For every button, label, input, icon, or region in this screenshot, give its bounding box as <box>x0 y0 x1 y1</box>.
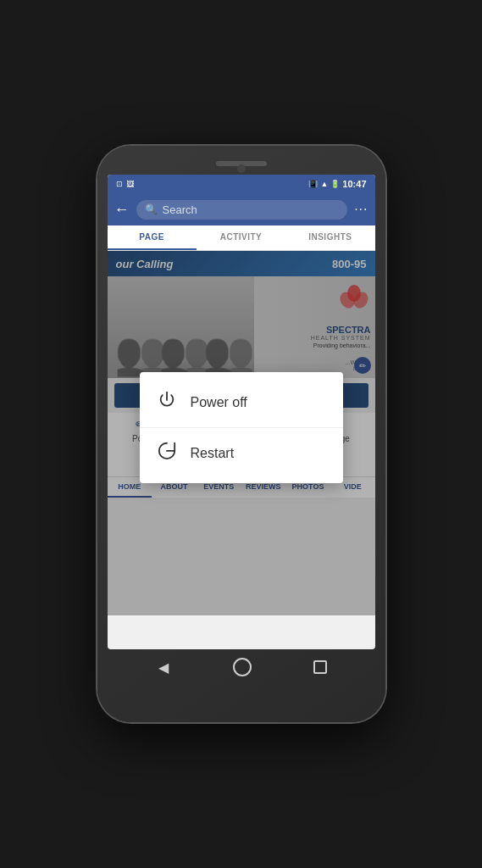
search-icon: 🔍 <box>145 203 158 215</box>
android-nav-bar: ◀ <box>108 658 375 676</box>
status-time: 10:47 <box>342 179 366 189</box>
status-icon-screen: ⊡ <box>116 180 123 188</box>
power-off-icon <box>157 391 177 414</box>
phone-device: ⊡ 🖼 📳 ▲ 🔋 10:47 ← 🔍 Search ··· PAGE <box>97 146 385 722</box>
search-placeholder: Search <box>163 203 197 216</box>
status-icon-img: 🖼 <box>126 180 134 188</box>
menu-divider <box>140 427 343 428</box>
vibrate-icon: 📳 <box>308 180 318 188</box>
restart-label: Restart <box>191 445 235 460</box>
page-tabs: PAGE ACTIVITY INSIGHTS <box>108 225 375 251</box>
nav-bar: ← 🔍 Search ··· <box>108 193 375 225</box>
back-button[interactable]: ← <box>114 201 130 219</box>
restart-icon <box>157 442 177 465</box>
status-bar-right: 📳 ▲ 🔋 10:47 <box>308 179 366 189</box>
phone-camera <box>237 164 246 173</box>
home-nav-button[interactable] <box>233 658 252 676</box>
recents-nav-button[interactable] <box>313 660 327 674</box>
power-off-label: Power off <box>191 394 247 409</box>
power-off-menu-item[interactable]: Power off <box>140 379 343 426</box>
page-content: our Calling 800-95 👥👥👥 <box>108 251 375 615</box>
search-bar[interactable]: 🔍 Search <box>136 200 348 220</box>
tab-activity[interactable]: ACTIVITY <box>197 225 285 250</box>
status-bar-left: ⊡ 🖼 <box>116 180 134 188</box>
status-bar: ⊡ 🖼 📳 ▲ 🔋 10:47 <box>108 175 375 193</box>
battery-icon: 🔋 <box>330 180 340 188</box>
tab-insights[interactable]: INSIGHTS <box>285 225 374 250</box>
phone-screen: ⊡ 🖼 📳 ▲ 🔋 10:47 ← 🔍 Search ··· PAGE <box>108 175 375 649</box>
back-nav-button[interactable]: ◀ <box>155 659 172 676</box>
more-menu-button[interactable]: ··· <box>354 202 368 217</box>
power-menu-dialog: Power off Restart <box>140 372 343 483</box>
tab-page[interactable]: PAGE <box>108 225 197 250</box>
signal-icon: ▲ <box>320 180 328 188</box>
restart-menu-item[interactable]: Restart <box>140 430 343 476</box>
